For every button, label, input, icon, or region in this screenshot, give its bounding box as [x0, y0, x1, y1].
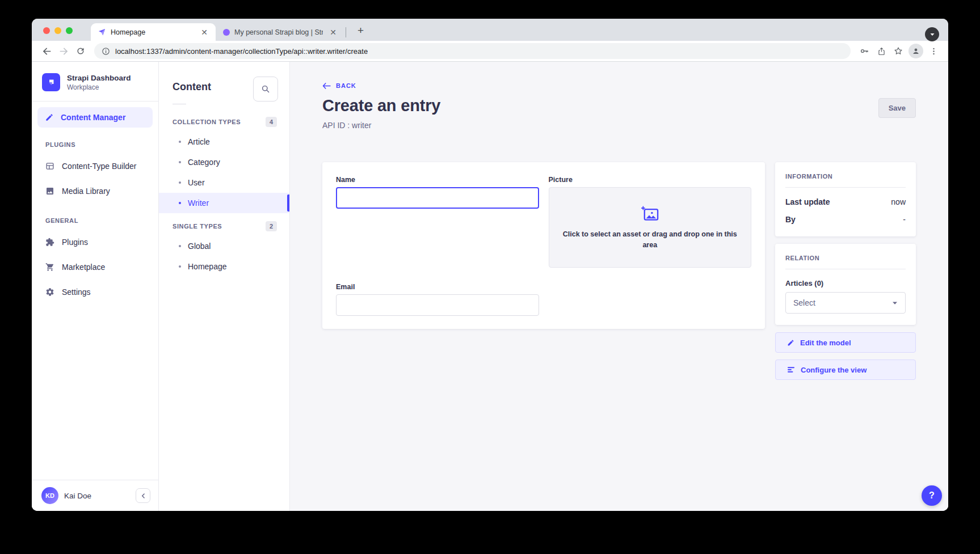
subnav-item-article[interactable]: Article [159, 132, 289, 152]
info-value: - [903, 215, 906, 224]
pencil-icon [787, 339, 794, 346]
strapi-logo [42, 73, 60, 91]
tab-close-icon[interactable]: ✕ [327, 27, 339, 37]
sidebar-item-label: Marketplace [62, 263, 105, 272]
share-icon[interactable] [873, 43, 889, 59]
picture-dropzone[interactable]: Click to select an asset or drag and dro… [549, 187, 752, 268]
browser-toolbar: localhost:1337/admin/content-manager/col… [32, 41, 948, 62]
workspace-title: Strapi Dashboard [67, 74, 131, 82]
zoom-window-button[interactable] [66, 27, 73, 34]
information-card: INFORMATION Last update now By - [775, 162, 916, 236]
back-arrow-icon [322, 83, 331, 89]
avatar: KD [41, 487, 58, 504]
menu-dots-icon[interactable] [926, 43, 941, 59]
articles-relation-label: Articles (0) [785, 279, 906, 287]
tab-search-button[interactable] [925, 27, 939, 41]
tab-homepage[interactable]: Homepage ✕ [91, 23, 216, 41]
subnav-item-category[interactable]: Category [159, 152, 289, 172]
sidebar-item-content-manager[interactable]: Content Manager [37, 107, 153, 128]
save-button[interactable]: Save [878, 98, 916, 118]
media-image-icon [45, 187, 54, 196]
caret-down-icon [892, 301, 898, 305]
sidebar-item-plugins[interactable]: Plugins [32, 230, 158, 255]
sidebar-item-settings[interactable]: Settings [32, 280, 158, 305]
email-input[interactable] [336, 294, 539, 316]
name-input[interactable] [336, 187, 539, 209]
subnav-item-user[interactable]: User [159, 172, 289, 193]
puzzle-icon [45, 238, 54, 247]
count-badge: 4 [266, 117, 277, 127]
tab-strip: Homepage ✕ My personal Strapi blog | Str… [32, 19, 948, 41]
info-value: now [891, 197, 906, 206]
collapse-sidebar-button[interactable] [136, 488, 150, 503]
traffic-lights [43, 27, 73, 34]
workspace-brand[interactable]: Strapi Dashboard Workplace [32, 62, 158, 102]
page-subtitle: API ID : writer [322, 121, 440, 130]
purple-dot-favicon [223, 29, 230, 36]
search-button[interactable] [253, 77, 278, 102]
gear-icon [45, 287, 54, 297]
bullet-icon [179, 181, 181, 184]
main-sidebar: Strapi Dashboard Workplace Content Manag… [32, 62, 159, 511]
name-label: Name [336, 176, 539, 184]
info-icon[interactable] [102, 47, 110, 56]
sidebar-item-media-library[interactable]: Media Library [32, 179, 158, 204]
sidebar-item-content-type-builder[interactable]: Content-Type Builder [32, 154, 158, 179]
url-text: localhost:1337/admin/content-manager/col… [115, 47, 368, 56]
subnav-item-global[interactable]: Global [159, 236, 289, 256]
reload-icon[interactable] [73, 43, 89, 59]
back-icon[interactable] [39, 43, 54, 59]
subnav-item-label: Homepage [188, 262, 227, 271]
field-picture: Picture Click to select an asset or drag… [549, 176, 752, 268]
sidebar-item-label: Content Manager [61, 113, 125, 122]
sidebar-item-label: Plugins [62, 238, 88, 247]
user-name: Kai Doe [64, 492, 130, 500]
layout-icon [45, 162, 54, 171]
relation-title: RELATION [785, 255, 906, 261]
edit-model-label: Edit the model [800, 339, 851, 347]
subnav-item-label: Global [188, 242, 211, 251]
edit-model-button[interactable]: Edit the model [775, 332, 916, 353]
star-icon[interactable] [890, 43, 906, 59]
group-single-types: SINGLE TYPES 2 [159, 213, 289, 236]
new-tab-button[interactable]: + [354, 24, 367, 37]
configure-view-button[interactable]: Configure the view [775, 360, 916, 380]
subnav-item-writer[interactable]: Writer [159, 193, 289, 213]
divider [785, 269, 906, 269]
dropzone-hint: Click to select an asset or drag and dro… [554, 229, 745, 251]
screen-background: Homepage ✕ My personal Strapi blog | Str… [0, 0, 980, 554]
page-title: Create an entry [322, 96, 440, 115]
minimize-window-button[interactable] [54, 27, 61, 34]
back-link[interactable]: BACK [322, 82, 916, 89]
subnav-item-homepage[interactable]: Homepage [159, 256, 289, 277]
right-panel: INFORMATION Last update now By - [775, 162, 916, 387]
field-name: Name [336, 176, 539, 268]
strapi-favicon [98, 28, 106, 36]
profile-icon[interactable] [909, 44, 923, 58]
help-button[interactable]: ? [922, 485, 942, 506]
tab-title: Homepage [111, 28, 194, 36]
strapi-admin: Strapi Dashboard Workplace Content Manag… [32, 62, 948, 511]
address-bar[interactable]: localhost:1337/admin/content-manager/col… [94, 43, 851, 59]
sidebar-item-label: Media Library [62, 187, 110, 196]
tab-strapi-blog[interactable]: My personal Strapi blog | Strap ✕ [216, 23, 344, 41]
articles-select[interactable]: Select [785, 292, 906, 314]
divider [173, 104, 186, 104]
back-label: BACK [336, 82, 356, 89]
subnav-item-label: User [188, 178, 205, 187]
browser-window: Homepage ✕ My personal Strapi blog | Str… [32, 19, 948, 511]
section-label-general: GENERAL [32, 204, 158, 230]
chevron-down-icon [929, 32, 935, 37]
group-label: SINGLE TYPES [173, 223, 222, 230]
sidebar-item-marketplace[interactable]: Marketplace [32, 255, 158, 280]
subnav-item-label: Writer [188, 198, 209, 208]
field-email: Email [336, 283, 539, 316]
key-icon[interactable] [856, 43, 872, 59]
tab-close-icon[interactable]: ✕ [199, 27, 210, 37]
forward-icon[interactable] [56, 43, 71, 59]
close-window-button[interactable] [43, 27, 50, 34]
group-label: COLLECTION TYPES [173, 119, 241, 125]
configure-lines-icon [787, 366, 795, 373]
configure-view-label: Configure the view [801, 366, 867, 374]
count-badge: 2 [266, 221, 277, 231]
